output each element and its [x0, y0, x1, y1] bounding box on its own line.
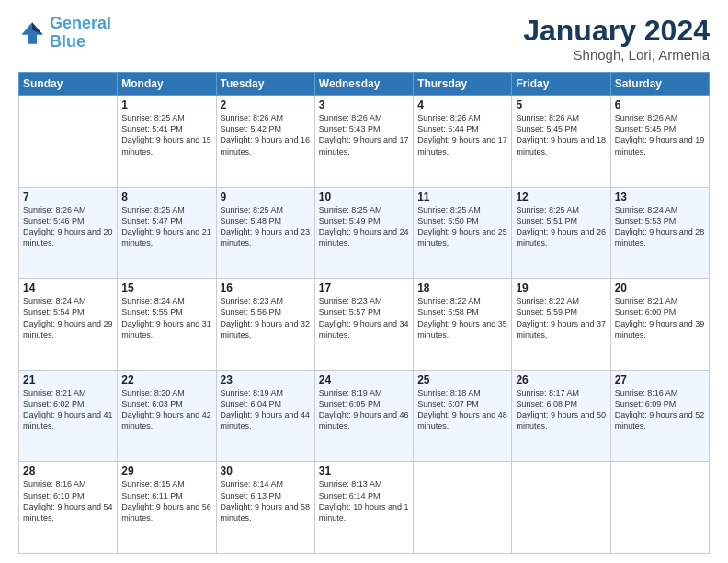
table-row: 24Sunrise: 8:19 AMSunset: 6:05 PMDayligh… — [314, 370, 413, 462]
day-info: Sunrise: 8:17 AMSunset: 6:08 PMDaylight:… — [516, 387, 606, 432]
day-info: Sunrise: 8:25 AMSunset: 5:41 PMDaylight:… — [121, 112, 211, 157]
table-row: 28Sunrise: 8:16 AMSunset: 6:10 PMDayligh… — [19, 462, 118, 554]
day-info: Sunrise: 8:26 AMSunset: 5:42 PMDaylight:… — [221, 112, 311, 157]
day-number: 11 — [417, 190, 507, 203]
day-number: 8 — [121, 190, 211, 203]
day-info: Sunrise: 8:24 AMSunset: 5:53 PMDaylight:… — [615, 204, 705, 249]
day-info: Sunrise: 8:26 AMSunset: 5:46 PMDaylight:… — [23, 204, 113, 249]
table-row: 27Sunrise: 8:16 AMSunset: 6:09 PMDayligh… — [610, 370, 709, 462]
table-row: 7Sunrise: 8:26 AMSunset: 5:46 PMDaylight… — [19, 187, 118, 279]
day-number: 31 — [319, 465, 409, 477]
table-row: 4Sunrise: 8:26 AMSunset: 5:44 PMDaylight… — [414, 96, 512, 188]
day-number: 12 — [516, 190, 606, 203]
table-row: 11Sunrise: 8:25 AMSunset: 5:50 PMDayligh… — [414, 187, 512, 279]
table-row: 31Sunrise: 8:13 AMSunset: 6:14 PMDayligh… — [314, 462, 413, 554]
table-row: 13Sunrise: 8:24 AMSunset: 5:53 PMDayligh… — [610, 187, 709, 279]
day-info: Sunrise: 8:23 AMSunset: 5:57 PMDaylight:… — [319, 295, 409, 340]
day-number: 25 — [417, 373, 507, 386]
day-info: Sunrise: 8:22 AMSunset: 5:59 PMDaylight:… — [516, 295, 606, 340]
day-info: Sunrise: 8:25 AMSunset: 5:50 PMDaylight:… — [417, 204, 507, 249]
table-row: 19Sunrise: 8:22 AMSunset: 5:59 PMDayligh… — [512, 279, 610, 371]
day-number: 24 — [319, 373, 409, 386]
day-number: 1 — [121, 98, 211, 111]
day-info: Sunrise: 8:20 AMSunset: 6:03 PMDaylight:… — [121, 387, 211, 432]
table-row: 18Sunrise: 8:22 AMSunset: 5:58 PMDayligh… — [414, 279, 512, 371]
table-row: 3Sunrise: 8:26 AMSunset: 5:43 PMDaylight… — [314, 96, 413, 188]
calendar-week-row: 14Sunrise: 8:24 AMSunset: 5:54 PMDayligh… — [19, 279, 710, 371]
col-saturday: Saturday — [610, 73, 709, 96]
day-number: 10 — [319, 190, 409, 203]
day-info: Sunrise: 8:16 AMSunset: 6:10 PMDaylight:… — [23, 478, 113, 523]
col-monday: Monday — [118, 73, 216, 96]
day-number: 7 — [23, 190, 113, 203]
day-info: Sunrise: 8:24 AMSunset: 5:54 PMDaylight:… — [23, 295, 113, 340]
day-info: Sunrise: 8:13 AMSunset: 6:14 PMDaylight:… — [319, 478, 409, 523]
day-info: Sunrise: 8:19 AMSunset: 6:05 PMDaylight:… — [319, 387, 409, 432]
table-row: 5Sunrise: 8:26 AMSunset: 5:45 PMDaylight… — [512, 96, 610, 188]
day-number: 27 — [615, 373, 705, 386]
day-info: Sunrise: 8:14 AMSunset: 6:13 PMDaylight:… — [221, 478, 311, 523]
day-info: Sunrise: 8:25 AMSunset: 5:48 PMDaylight:… — [221, 204, 311, 249]
day-number: 16 — [221, 282, 311, 294]
table-row: 6Sunrise: 8:26 AMSunset: 5:45 PMDaylight… — [610, 96, 709, 188]
day-number: 18 — [417, 282, 507, 294]
day-info: Sunrise: 8:19 AMSunset: 6:04 PMDaylight:… — [221, 387, 311, 432]
calendar-week-row: 7Sunrise: 8:26 AMSunset: 5:46 PMDaylight… — [19, 187, 710, 279]
table-row — [610, 462, 709, 554]
table-row: 14Sunrise: 8:24 AMSunset: 5:54 PMDayligh… — [19, 279, 118, 371]
table-row: 16Sunrise: 8:23 AMSunset: 5:56 PMDayligh… — [216, 279, 314, 371]
table-row: 29Sunrise: 8:15 AMSunset: 6:11 PMDayligh… — [118, 462, 216, 554]
page: General Blue January 2024 Shnogh, Lori, … — [0, 0, 728, 563]
day-info: Sunrise: 8:26 AMSunset: 5:44 PMDaylight:… — [417, 112, 507, 157]
calendar-week-row: 28Sunrise: 8:16 AMSunset: 6:10 PMDayligh… — [19, 462, 710, 554]
day-info: Sunrise: 8:21 AMSunset: 6:02 PMDaylight:… — [23, 387, 113, 432]
table-row — [19, 96, 118, 188]
table-row: 1Sunrise: 8:25 AMSunset: 5:41 PMDaylight… — [118, 96, 216, 188]
day-number: 15 — [121, 282, 211, 294]
day-info: Sunrise: 8:26 AMSunset: 5:45 PMDaylight:… — [516, 112, 606, 157]
logo-icon — [18, 19, 46, 47]
calendar-table: Sunday Monday Tuesday Wednesday Thursday… — [18, 72, 710, 554]
day-number: 22 — [121, 373, 211, 386]
day-info: Sunrise: 8:25 AMSunset: 5:49 PMDaylight:… — [319, 204, 409, 249]
table-row: 26Sunrise: 8:17 AMSunset: 6:08 PMDayligh… — [512, 370, 610, 462]
logo-text: General Blue — [50, 15, 111, 52]
table-row — [414, 462, 512, 554]
day-info: Sunrise: 8:21 AMSunset: 6:00 PMDaylight:… — [615, 295, 705, 340]
table-row: 22Sunrise: 8:20 AMSunset: 6:03 PMDayligh… — [118, 370, 216, 462]
table-row: 30Sunrise: 8:14 AMSunset: 6:13 PMDayligh… — [216, 462, 314, 554]
day-number: 26 — [516, 373, 606, 386]
table-row: 23Sunrise: 8:19 AMSunset: 6:04 PMDayligh… — [216, 370, 314, 462]
day-number: 2 — [221, 98, 311, 111]
col-thursday: Thursday — [414, 73, 512, 96]
calendar-week-row: 1Sunrise: 8:25 AMSunset: 5:41 PMDaylight… — [19, 96, 710, 188]
col-friday: Friday — [512, 73, 610, 96]
subtitle: Shnogh, Lori, Armenia — [523, 47, 710, 63]
month-title: January 2024 — [523, 15, 710, 47]
day-number: 23 — [221, 373, 311, 386]
day-info: Sunrise: 8:25 AMSunset: 5:51 PMDaylight:… — [516, 204, 606, 249]
day-info: Sunrise: 8:26 AMSunset: 5:45 PMDaylight:… — [615, 112, 705, 157]
table-row: 20Sunrise: 8:21 AMSunset: 6:00 PMDayligh… — [610, 279, 709, 371]
day-info: Sunrise: 8:18 AMSunset: 6:07 PMDaylight:… — [417, 387, 507, 432]
day-info: Sunrise: 8:23 AMSunset: 5:56 PMDaylight:… — [221, 295, 311, 340]
table-row: 25Sunrise: 8:18 AMSunset: 6:07 PMDayligh… — [414, 370, 512, 462]
day-number: 19 — [516, 282, 606, 294]
day-info: Sunrise: 8:16 AMSunset: 6:09 PMDaylight:… — [615, 387, 705, 432]
day-number: 4 — [417, 98, 507, 111]
table-row: 2Sunrise: 8:26 AMSunset: 5:42 PMDaylight… — [216, 96, 314, 188]
day-number: 30 — [221, 465, 311, 477]
day-number: 5 — [516, 98, 606, 111]
col-sunday: Sunday — [19, 73, 118, 96]
day-number: 17 — [319, 282, 409, 294]
day-number: 6 — [615, 98, 705, 111]
table-row: 12Sunrise: 8:25 AMSunset: 5:51 PMDayligh… — [512, 187, 610, 279]
day-info: Sunrise: 8:24 AMSunset: 5:55 PMDaylight:… — [121, 295, 211, 340]
day-number: 21 — [23, 373, 113, 386]
day-number: 20 — [615, 282, 705, 294]
day-info: Sunrise: 8:15 AMSunset: 6:11 PMDaylight:… — [121, 478, 211, 523]
table-row — [512, 462, 610, 554]
day-number: 13 — [615, 190, 705, 203]
day-number: 9 — [221, 190, 311, 203]
day-number: 3 — [319, 98, 409, 111]
